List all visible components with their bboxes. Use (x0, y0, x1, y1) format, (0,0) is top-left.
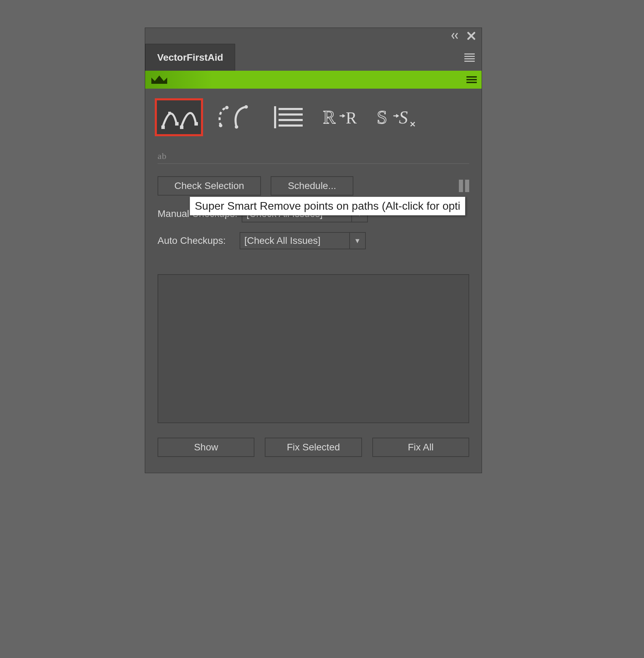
ss-tool-icon: S S (376, 103, 417, 132)
fix-selected-button[interactable]: Fix Selected (265, 438, 362, 457)
button-label: Fix Selected (287, 442, 340, 452)
svg-text:R: R (346, 109, 357, 127)
tool-align-lines[interactable] (264, 98, 312, 136)
tool-row-secondary: ab (158, 143, 469, 164)
svg-point-13 (225, 106, 229, 109)
vectorfirstaid-panel: VectorFirstAid (145, 28, 482, 473)
auto-checkups-select[interactable]: [Check All Issues] ▼ (240, 232, 366, 249)
button-label: Check Selection (174, 180, 244, 191)
tool-rr[interactable]: R R (318, 98, 366, 136)
align-lines-icon (269, 103, 307, 132)
ab-label: ab (158, 151, 167, 161)
svg-rect-8 (168, 112, 171, 114)
tool-smart-remove[interactable] (155, 98, 203, 136)
svg-text:S: S (377, 107, 387, 128)
tab-label: VectorFirstAid (157, 52, 223, 63)
smart-remove-points-icon (160, 103, 198, 132)
button-label: Fix All (408, 442, 434, 452)
svg-rect-10 (180, 126, 183, 129)
svg-rect-3 (464, 61, 475, 62)
schedule-button[interactable]: Schedule... (271, 176, 353, 196)
panel-menu-icon[interactable] (464, 53, 482, 62)
button-label: Show (194, 442, 218, 452)
svg-point-14 (235, 125, 238, 129)
crown-icon (150, 73, 169, 86)
svg-rect-11 (194, 122, 198, 126)
tab-row: VectorFirstAid (145, 44, 482, 71)
tooltip-text: Super Smart Remove points on paths (Alt-… (195, 200, 460, 212)
collapse-icon[interactable] (451, 32, 461, 39)
close-icon[interactable] (467, 32, 475, 40)
tool-ss[interactable]: S S (373, 98, 421, 136)
auto-checkups-label: Auto Checkups: (158, 235, 226, 246)
button-label: Schedule... (288, 180, 336, 191)
rr-tool-icon: R R (322, 103, 363, 132)
tooltip: Super Smart Remove points on paths (Alt-… (190, 197, 465, 216)
brand-menu-icon[interactable] (466, 75, 477, 84)
svg-rect-0 (464, 53, 475, 54)
svg-rect-4 (466, 76, 477, 78)
svg-rect-6 (466, 82, 477, 83)
bottom-button-row: Show Fix Selected Fix All (145, 423, 482, 473)
show-button[interactable]: Show (158, 438, 254, 457)
path-cleanup-icon (214, 103, 252, 132)
svg-text:S: S (399, 108, 408, 127)
tool-path-cleanup[interactable] (209, 98, 258, 136)
svg-rect-7 (161, 126, 165, 129)
svg-rect-9 (175, 122, 179, 126)
svg-text:R: R (323, 107, 335, 128)
check-selection-button[interactable]: Check Selection (158, 176, 261, 196)
chevron-down-icon[interactable]: ▼ (350, 232, 366, 249)
svg-point-12 (219, 124, 222, 127)
svg-rect-2 (464, 58, 475, 59)
select-value: [Check All Issues] (244, 235, 321, 246)
panel-topstrip (145, 28, 482, 44)
results-list[interactable] (158, 274, 469, 423)
svg-rect-1 (464, 56, 475, 57)
svg-rect-5 (466, 79, 477, 80)
brand-bar (145, 71, 482, 89)
svg-point-15 (244, 105, 248, 109)
fix-all-button[interactable]: Fix All (372, 438, 469, 457)
tool-row-primary: R R S S (145, 89, 482, 143)
pause-icon[interactable] (459, 180, 469, 192)
tab-vectorfirstaid[interactable]: VectorFirstAid (145, 44, 235, 71)
